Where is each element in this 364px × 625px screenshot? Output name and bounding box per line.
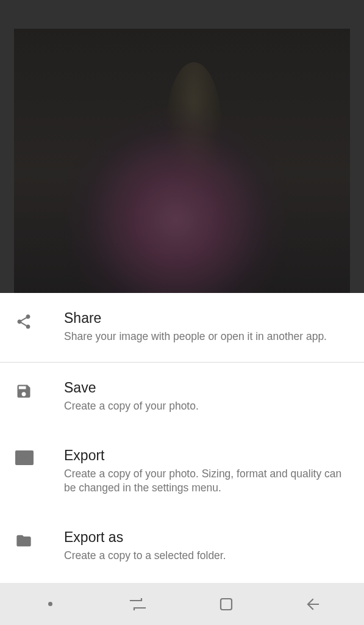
menu-item-title: Export xyxy=(64,447,349,464)
photo-backdrop xyxy=(0,0,364,293)
jpg-badge: JPG xyxy=(15,450,34,465)
back-icon xyxy=(305,597,323,612)
folder-icon xyxy=(15,529,49,549)
nav-assistant-button[interactable] xyxy=(20,583,80,625)
jpg-icon: JPG xyxy=(15,447,49,465)
nav-home-button[interactable] xyxy=(196,583,257,625)
nav-back-button[interactable] xyxy=(284,583,344,625)
bottom-sheet: Share Share your image with people or op… xyxy=(0,293,364,583)
home-icon xyxy=(218,596,235,613)
dot-icon xyxy=(48,602,52,606)
menu-item-title: Save xyxy=(64,379,349,397)
menu-item-title: Export as xyxy=(64,529,349,546)
screen: Share Share your image with people or op… xyxy=(0,0,364,625)
menu-item-export[interactable]: JPG Export Create a copy of your photo. … xyxy=(0,430,364,512)
share-icon xyxy=(15,309,49,330)
menu-item-desc: Create a copy to a selected folder. xyxy=(64,549,349,563)
save-icon xyxy=(15,379,49,400)
menu-item-desc: Share your image with people or open it … xyxy=(64,330,349,344)
menu-item-title: Share xyxy=(64,309,349,327)
menu-item-desc: Create a copy of your photo. Sizing, for… xyxy=(64,467,349,496)
recents-icon xyxy=(129,597,147,612)
menu-item-save[interactable]: Save Create a copy of your photo. xyxy=(0,363,364,430)
nav-recents-button[interactable] xyxy=(107,583,168,625)
dim-overlay[interactable] xyxy=(0,0,364,293)
menu-item-export-as[interactable]: Export as Create a copy to a selected fo… xyxy=(0,512,364,579)
svg-rect-0 xyxy=(221,599,232,610)
android-navbar xyxy=(0,583,364,625)
menu-item-desc: Create a copy of your photo. xyxy=(64,399,349,414)
menu-item-share[interactable]: Share Share your image with people or op… xyxy=(0,293,364,363)
